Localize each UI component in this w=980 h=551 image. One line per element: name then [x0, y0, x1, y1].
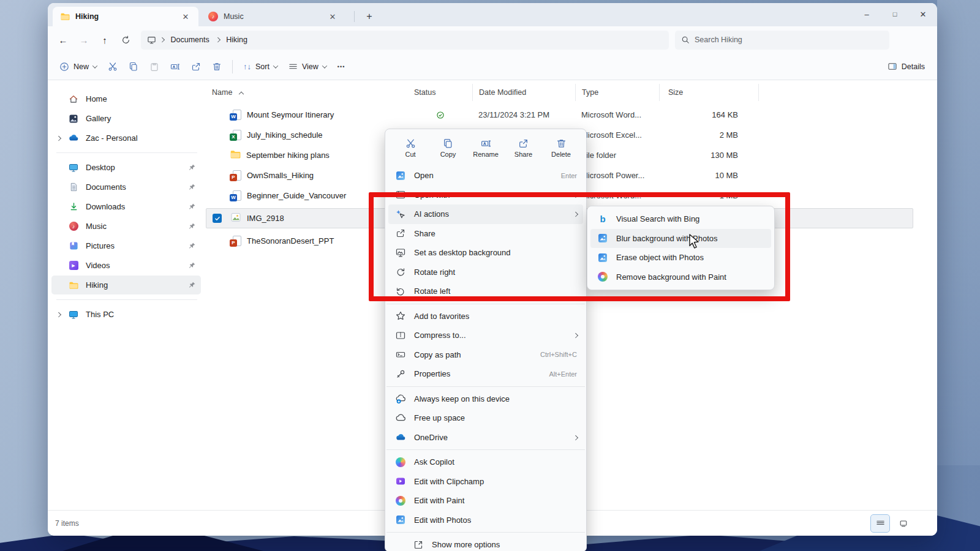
folder-icon	[230, 149, 241, 162]
share-button[interactable]	[187, 57, 205, 77]
menu-item-label: Show more options	[432, 540, 577, 549]
delete-button[interactable]	[208, 57, 226, 77]
breadcrumb-hiking[interactable]: Hiking	[224, 34, 250, 45]
column-header-type[interactable]: Type	[575, 84, 659, 101]
column-header-date[interactable]: Date Modified	[472, 84, 575, 101]
sidebar-item-desktop[interactable]: Desktop	[51, 158, 201, 177]
expand-chevron-icon[interactable]	[56, 312, 61, 317]
share-menu-button[interactable]: Share	[507, 135, 540, 161]
file-size: 130 MB	[659, 145, 759, 165]
rename-button[interactable]	[166, 57, 184, 77]
menu-item-copy-as-path[interactable]: Copy as path Ctrl+Shift+C	[388, 345, 583, 365]
sidebar-item-documents[interactable]: Documents	[51, 178, 201, 197]
address-bar[interactable]: Documents Hiking	[141, 31, 669, 50]
menu-item-label: Open	[414, 171, 553, 180]
rename-menu-button[interactable]: Rename	[469, 135, 502, 161]
up-button[interactable]: ↑	[94, 31, 115, 49]
menu-item-show-more-options[interactable]: Show more options	[388, 535, 583, 551]
delete-menu-button[interactable]: Delete	[545, 135, 578, 161]
menu-item-edit-with-photos[interactable]: Edit with Photos	[388, 511, 583, 530]
cut-menu-button[interactable]: Cut	[394, 135, 427, 161]
tab-close-icon[interactable]: ✕	[326, 10, 339, 23]
column-header-name[interactable]: Name	[206, 84, 408, 101]
monitor-icon	[147, 36, 156, 45]
menu-item-always-keep-on-device[interactable]: Always keep on this device	[388, 389, 583, 409]
excel-file-icon: X	[230, 130, 241, 141]
chevron-right-icon	[216, 37, 221, 42]
close-button[interactable]: ✕	[909, 3, 937, 25]
copy-button[interactable]	[124, 57, 143, 77]
image-file-icon	[230, 212, 241, 225]
menu-item-onedrive[interactable]: OneDrive	[388, 428, 583, 448]
file-name: July_hiking_schedule	[247, 130, 323, 140]
sidebar-item-gallery[interactable]: Gallery	[51, 109, 201, 128]
sidebar-item-home[interactable]: Home	[51, 89, 201, 108]
menu-item-free-up-space[interactable]: Free up space	[388, 408, 583, 428]
quick-action-label: Rename	[473, 151, 499, 158]
sort-icon: ↑↓	[243, 62, 251, 71]
sidebar-item-label: Zac - Personal	[86, 133, 196, 143]
sidebar-item-downloads[interactable]: Downloads	[51, 197, 201, 216]
checkbox-checked[interactable]	[213, 214, 222, 223]
back-button[interactable]: ←	[53, 31, 74, 49]
details-pane-button[interactable]: Details	[881, 57, 931, 77]
menu-item-open[interactable]: Open Enter	[388, 166, 583, 186]
view-button[interactable]: View	[283, 57, 332, 77]
menu-item-compress-to[interactable]: Compress to...	[388, 326, 583, 345]
new-button[interactable]: New	[54, 57, 102, 77]
sidebar-item-music[interactable]: ♪ Music	[51, 217, 201, 236]
tab-separator	[354, 11, 355, 22]
documents-icon	[66, 182, 81, 192]
file-type: Microsoft Excel...	[575, 125, 659, 145]
refresh-button[interactable]	[115, 31, 136, 49]
sidebar-item-label: Gallery	[86, 114, 196, 123]
file-row[interactable]: W Mount Seymour Itinerary 23/11/2024 3:2…	[206, 105, 913, 125]
onedrive-icon	[66, 133, 81, 143]
share-icon	[518, 138, 529, 149]
tab-close-icon[interactable]: ✕	[179, 10, 192, 23]
sidebar-item-pictures[interactable]: Pictures	[51, 236, 201, 255]
menu-item-edit-with-clipchamp[interactable]: Edit with Clipchamp	[388, 472, 583, 492]
sort-button[interactable]: ↑↓ Sort	[238, 57, 283, 77]
more-options-button[interactable]: •••	[332, 57, 350, 77]
breadcrumb-documents[interactable]: Documents	[168, 34, 212, 45]
menu-item-edit-with-paint[interactable]: Edit with Paint	[388, 491, 583, 511]
maximize-button[interactable]: □	[881, 3, 909, 25]
column-header-status[interactable]: Status	[408, 84, 472, 101]
tab-music[interactable]: ♪ Music ✕	[201, 7, 345, 26]
forward-button[interactable]: →	[74, 31, 94, 49]
copy-icon	[443, 138, 453, 149]
tab-hiking[interactable]: Hiking ✕	[53, 7, 198, 26]
annotation-rectangle	[369, 192, 790, 301]
new-tab-button[interactable]: +	[361, 9, 377, 24]
sidebar-item-videos[interactable]: ▶ Videos	[51, 256, 201, 275]
paste-button[interactable]	[145, 57, 164, 77]
sidebar-item-this-pc[interactable]: This PC	[51, 305, 201, 324]
menu-item-ask-copilot[interactable]: Ask Copilot	[388, 452, 583, 472]
refresh-icon	[121, 36, 130, 45]
menu-item-label: Properties	[414, 369, 541, 378]
menu-item-label: Add to favorites	[414, 312, 577, 321]
cut-button[interactable]	[104, 57, 122, 77]
menu-item-add-to-favorites[interactable]: Add to favorites	[388, 307, 583, 326]
thumbnail-view-toggle[interactable]	[894, 515, 913, 532]
photos-app-icon	[395, 514, 406, 525]
sidebar-item-onedrive-personal[interactable]: Zac - Personal	[51, 129, 201, 148]
copy-menu-button[interactable]: Copy	[432, 135, 465, 161]
file-name: TheSonoranDesert_PPT	[247, 236, 334, 246]
toolbar-separator	[232, 60, 233, 73]
menu-item-properties[interactable]: Properties Alt+Enter	[388, 364, 583, 384]
menu-shortcut: Enter	[561, 172, 577, 179]
cut-icon	[108, 62, 118, 72]
pin-icon	[188, 281, 196, 289]
search-input[interactable]: Search Hiking	[675, 31, 889, 50]
sidebar-item-hiking[interactable]: Hiking	[51, 276, 201, 294]
column-header-size[interactable]: Size	[659, 84, 759, 101]
rename-icon	[481, 138, 491, 149]
properties-icon	[395, 369, 406, 380]
details-pane-icon	[888, 62, 897, 71]
chevron-down-icon	[322, 63, 327, 68]
details-view-toggle[interactable]	[871, 515, 889, 532]
expand-chevron-icon[interactable]	[56, 136, 61, 141]
minimize-button[interactable]: –	[853, 3, 881, 25]
